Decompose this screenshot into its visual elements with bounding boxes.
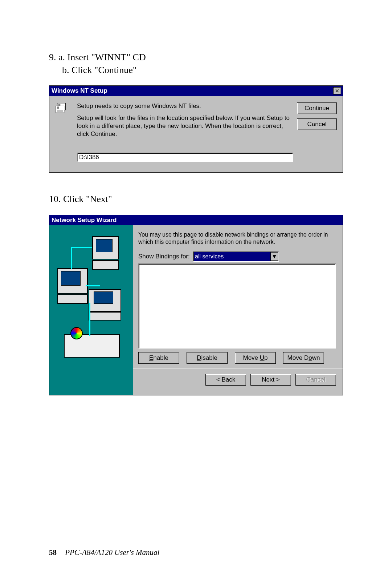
setup-message-1: Setup needs to copy some Windows NT file… [77,102,293,110]
next-button[interactable]: Next > [250,374,291,386]
combo-value: all services [195,253,224,260]
dialog-title: Network Setup Wizard [52,217,117,224]
svg-rect-1 [58,104,61,106]
step-10: 10. Click "Next" [49,193,343,205]
bindings-listbox[interactable] [138,263,336,349]
wizard-description: You may use this page to disable network… [138,231,336,246]
wizard-graphic [49,225,133,395]
cancel-button: Cancel [295,374,336,386]
disable-button[interactable]: Disable [187,352,228,364]
bindings-combo[interactable]: all services ▼ [193,251,279,262]
step-9a: 9. a. Insert "WINNT" CD [49,52,146,63]
cancel-button[interactable]: Cancel [297,118,337,130]
chevron-down-icon[interactable]: ▼ [270,252,278,261]
show-bindings-label: Show Bindings for: [138,253,193,260]
continue-button[interactable]: Continue [297,102,337,114]
floppy-stack-icon [55,102,69,114]
path-input[interactable] [77,153,293,162]
back-button[interactable]: < Back [205,374,246,386]
manual-title: PPC-A84/A120 User's Manual [65,548,159,557]
step-9b: b. Click "Continue" [49,64,343,76]
titlebar: Network Setup Wizard [49,215,343,225]
page-number: 58 [49,548,57,557]
setup-message-2: Setup will look for the files in the loc… [77,114,293,138]
page-footer: 58 PPC-A84/A120 User's Manual [49,548,159,557]
close-icon[interactable]: ✕ [333,87,341,94]
dialog-title: Windows NT Setup [52,87,107,94]
svg-rect-3 [57,106,59,109]
enable-button[interactable]: Enable [138,352,179,364]
move-down-button[interactable]: Move Down [283,352,324,364]
titlebar: Windows NT Setup ✕ [49,86,343,96]
windows-nt-setup-dialog: Windows NT Setup ✕ Setup needs to copy s… [49,85,343,173]
move-up-button[interactable]: Move Up [235,352,276,364]
step-9: 9. a. Insert "WINNT" CD b. Click "Contin… [49,51,343,76]
network-setup-wizard-dialog: Network Setup Wizard [49,215,343,396]
svg-rect-4 [57,110,63,112]
